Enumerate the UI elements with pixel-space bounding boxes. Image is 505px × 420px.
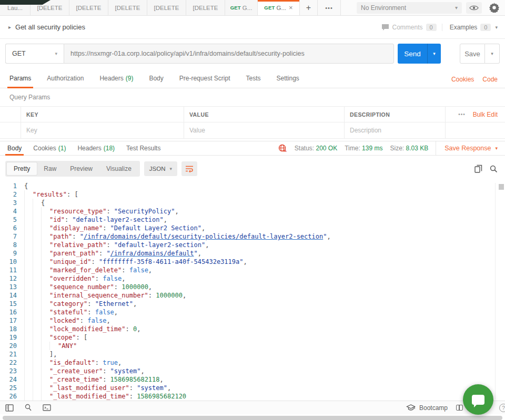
code-line: 21], bbox=[0, 350, 505, 358]
chevron-down-icon: ▾ bbox=[495, 146, 498, 151]
config-tab-body[interactable]: Body bbox=[149, 73, 163, 88]
window-request-tab[interactable]: [DELETE bbox=[108, 0, 147, 15]
wrap-text-icon bbox=[185, 165, 194, 172]
window-request-tab[interactable]: GETG...× bbox=[258, 0, 300, 15]
indent-guide bbox=[41, 258, 49, 266]
two-pane-view-icon[interactable] bbox=[456, 405, 463, 411]
console-button[interactable] bbox=[43, 404, 51, 411]
help-icon[interactable]: ? bbox=[499, 404, 505, 412]
config-tab-authorization[interactable]: Authorization bbox=[47, 73, 84, 88]
window-request-tab[interactable]: GETG... bbox=[225, 0, 258, 15]
environment-quicklook-button[interactable] bbox=[466, 2, 482, 14]
save-response-button[interactable]: Save Response ▾ bbox=[436, 141, 498, 155]
column-options-icon[interactable]: ••• bbox=[458, 111, 466, 117]
horizontal-scrollbar-thumb[interactable] bbox=[3, 416, 502, 420]
indent-guide bbox=[33, 266, 41, 274]
line-content: "overridden": false, bbox=[24, 274, 126, 283]
json-token: "resource_type" bbox=[49, 207, 106, 216]
response-body-viewer[interactable]: 1{2"results": [3{4"resource_type": "Secu… bbox=[0, 182, 505, 401]
line-number: 26 bbox=[0, 392, 24, 401]
svg-text:A: A bbox=[284, 148, 287, 152]
json-token: : bbox=[129, 392, 137, 401]
config-tab-settings[interactable]: Settings bbox=[277, 73, 299, 88]
save-button[interactable]: Save bbox=[460, 44, 485, 64]
method-selector[interactable]: GET ▾ bbox=[5, 44, 64, 64]
json-link[interactable]: /infra/domains/default bbox=[110, 249, 194, 258]
config-tab-pre-request-script[interactable]: Pre-request Script bbox=[179, 73, 230, 88]
view-tab-visualize[interactable]: Visualize bbox=[99, 162, 138, 175]
json-token: "path" bbox=[49, 232, 72, 241]
examples-label: Examples bbox=[450, 24, 478, 31]
key-input[interactable]: Key bbox=[26, 127, 37, 134]
environment-bar: No Environment ▾ bbox=[357, 0, 505, 15]
code-line: 5"id": "default-layer2-section", bbox=[0, 216, 505, 224]
indent-guide bbox=[24, 375, 33, 384]
view-tab-preview[interactable]: Preview bbox=[63, 162, 99, 175]
close-tab-icon[interactable]: × bbox=[289, 4, 293, 12]
more-tabs-button[interactable]: ••• bbox=[318, 0, 341, 15]
line-content: "relative_path": "default-layer2-section… bbox=[24, 241, 209, 249]
code-line: 14"internal_sequence_number": 1000000, bbox=[0, 291, 505, 300]
response-tab-test-results[interactable]: Test Results bbox=[126, 141, 160, 155]
cookies-link[interactable]: Cookies bbox=[451, 76, 474, 83]
language-selector[interactable]: JSON ▾ bbox=[144, 161, 177, 176]
json-token: "Ethernet" bbox=[95, 300, 133, 308]
environment-selector[interactable]: No Environment ▾ bbox=[357, 2, 462, 14]
bulk-edit-link[interactable]: Bulk Edit bbox=[473, 111, 498, 118]
response-tab-headers[interactable]: Headers(18) bbox=[77, 141, 115, 155]
value-input[interactable]: Value bbox=[189, 127, 205, 134]
config-tab-tests[interactable]: Tests bbox=[246, 73, 260, 88]
line-number: 16 bbox=[0, 308, 24, 316]
indent-guide bbox=[41, 241, 49, 249]
comments-button[interactable]: Comments 0 bbox=[381, 24, 437, 31]
examples-dropdown[interactable]: Examples 0 ▾ bbox=[442, 24, 498, 31]
line-content: "scope": [ bbox=[24, 333, 87, 342]
vertical-scrollbar-track[interactable] bbox=[495, 183, 502, 399]
config-tab-headers[interactable]: Headers(9) bbox=[99, 73, 133, 88]
description-input[interactable]: Description bbox=[350, 127, 381, 134]
new-tab-button[interactable]: + bbox=[300, 0, 318, 15]
copy-response-button[interactable] bbox=[474, 165, 482, 173]
response-tab-cookies[interactable]: Cookies(1) bbox=[33, 141, 66, 155]
config-tab-label: Params bbox=[9, 75, 31, 82]
indent-guide bbox=[24, 207, 33, 216]
view-tab-raw[interactable]: Raw bbox=[37, 162, 63, 175]
response-tab-body[interactable]: Body bbox=[7, 141, 22, 155]
search-response-button[interactable] bbox=[490, 165, 498, 173]
eye-icon bbox=[469, 5, 479, 11]
url-input[interactable] bbox=[64, 44, 394, 64]
json-token: : bbox=[103, 375, 110, 384]
save-options-caret[interactable]: ▾ bbox=[485, 44, 500, 64]
tab-label: G... bbox=[243, 5, 252, 11]
chat-widget-button[interactable] bbox=[463, 384, 493, 415]
json-token: : bbox=[106, 207, 114, 216]
json-link[interactable]: /infra/domains/default/security-policies… bbox=[84, 232, 323, 241]
send-button[interactable]: Send bbox=[398, 44, 427, 64]
find-replace-button[interactable] bbox=[24, 404, 32, 412]
line-content: "results": [ bbox=[24, 190, 78, 199]
value-column-header: VALUE bbox=[189, 111, 209, 118]
line-number: 8 bbox=[0, 241, 24, 249]
json-token: : bbox=[106, 241, 114, 249]
settings-button[interactable] bbox=[486, 2, 502, 14]
json-token: "locked" bbox=[49, 316, 80, 325]
sidebar-toggle-button[interactable] bbox=[5, 404, 14, 412]
window-request-tab[interactable]: [DELETE bbox=[147, 0, 186, 15]
vertical-scrollbar-thumb[interactable] bbox=[499, 184, 504, 190]
code-link[interactable]: Code bbox=[482, 76, 498, 83]
window-request-tab[interactable]: [DELETE bbox=[186, 0, 225, 15]
bootcamp-button[interactable]: Bootcamp bbox=[406, 404, 448, 412]
send-options-caret[interactable]: ▾ bbox=[427, 44, 441, 64]
json-token: , bbox=[167, 384, 171, 392]
indent-guide bbox=[41, 375, 49, 384]
config-tab-params[interactable]: Params bbox=[9, 73, 31, 88]
json-token: : bbox=[80, 316, 87, 325]
network-globe-icon[interactable]: A bbox=[278, 144, 287, 152]
view-tab-pretty[interactable]: Pretty bbox=[7, 162, 37, 175]
collapse-caret-icon[interactable]: ▸ bbox=[8, 24, 11, 30]
window-request-tab[interactable]: [DELETE bbox=[69, 0, 108, 15]
indent-guide bbox=[41, 300, 49, 308]
wrap-lines-button[interactable] bbox=[181, 161, 197, 176]
postman-app: Lau...[DELETE[DELETE[DELETE[DELETE[DELET… bbox=[0, 0, 505, 420]
indent-guide bbox=[24, 249, 33, 258]
